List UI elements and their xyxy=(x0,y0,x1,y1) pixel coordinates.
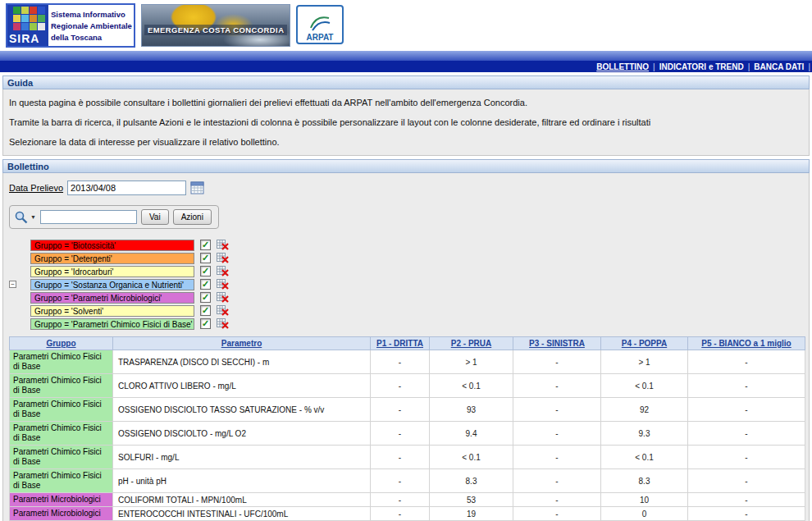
value-cell: - xyxy=(371,507,430,521)
value-cell: - xyxy=(513,469,601,493)
filter-checkbox[interactable]: ✓ xyxy=(200,279,211,290)
filter-delete-icon[interactable] xyxy=(217,253,230,264)
filter-row: Gruppo = 'Idrocarburi'✓ xyxy=(9,265,803,277)
value-cell: - xyxy=(371,398,430,422)
column-header[interactable]: P1 - DRITTA xyxy=(371,337,430,350)
site-title-line: della Toscana xyxy=(51,32,132,43)
bollettino-body: Data Prelievo xyxy=(2,173,810,521)
value-cell: 8.3 xyxy=(601,469,688,493)
guida-text-line: Tramite la barra di ricerca, il pulsante… xyxy=(9,117,803,127)
main-nav: BOLLETTINO|INDICATORI e TREND|BANCA DATI… xyxy=(0,61,812,72)
column-header-label[interactable]: P5 - BIANCO a 1 miglio xyxy=(701,339,791,348)
table-row: Parametri Chimico Fisici di BasepH - uni… xyxy=(10,469,805,493)
calendar-icon[interactable] xyxy=(190,181,204,194)
filter-checkbox[interactable]: ✓ xyxy=(200,318,211,329)
mosaic-tile xyxy=(13,7,21,14)
table-row: Parametri Chimico Fisici di BaseCLORO AT… xyxy=(10,374,805,398)
filter-row: Gruppo = 'Biotossicità'✓ xyxy=(9,239,803,251)
column-header[interactable]: Gruppo xyxy=(10,337,113,350)
nav-separator: | xyxy=(748,62,750,71)
column-header[interactable]: P2 - PRUA xyxy=(430,337,513,350)
filter-checkbox[interactable]: ✓ xyxy=(200,305,211,316)
data-prelievo-label[interactable]: Data Prelievo xyxy=(9,183,63,193)
filter-row: Gruppo = 'Detergenti'✓ xyxy=(9,252,803,264)
banner-title: EMERGENZA COSTA CONCORDIA xyxy=(144,25,287,35)
filter-delete-icon[interactable] xyxy=(217,240,230,251)
value-cell: - xyxy=(371,350,430,374)
value-cell: - xyxy=(513,374,601,398)
table-row: Parametri MicrobiologiciENTEROCOCCHI INT… xyxy=(10,507,805,521)
value-cell: - xyxy=(513,350,601,374)
table-row: Parametri Chimico Fisici di BaseTRASPARE… xyxy=(10,350,805,374)
value-cell: - xyxy=(513,507,601,521)
expander-slot: − xyxy=(9,281,30,288)
filter-checkbox[interactable]: ✓ xyxy=(200,292,211,303)
filter-checkbox[interactable]: ✓ xyxy=(200,253,211,263)
search-input[interactable] xyxy=(40,210,137,224)
guida-text-line: In questa pagina è possibile consultare … xyxy=(9,98,803,107)
filter-label: Gruppo = 'Parametri Chimico Fisici di Ba… xyxy=(30,318,194,330)
column-header-label[interactable]: Gruppo xyxy=(46,339,75,348)
value-cell: > 1 xyxy=(601,350,688,374)
filter-delete-icon[interactable] xyxy=(217,318,230,330)
search-icon[interactable] xyxy=(14,210,29,224)
column-header[interactable]: P4 - POPPA xyxy=(601,337,688,350)
filter-label: Gruppo = 'Solventi' xyxy=(30,305,194,317)
group-cell: Parametri Microbiologici xyxy=(10,493,113,507)
column-header-label[interactable]: P1 - DRITTA xyxy=(376,339,423,348)
mosaic-tile xyxy=(13,23,21,30)
filter-delete-icon[interactable] xyxy=(217,292,230,304)
collapse-minus-icon[interactable]: − xyxy=(9,281,16,288)
column-header-label[interactable]: Parametro xyxy=(221,339,262,348)
value-cell: - xyxy=(371,422,430,446)
value-cell: > 1 xyxy=(430,350,513,374)
value-cell: - xyxy=(371,374,430,398)
arpat-logo[interactable]: ARPAT xyxy=(296,5,344,44)
value-cell: - xyxy=(688,507,805,521)
mosaic-tile xyxy=(38,15,45,22)
parameter-cell: SOLFURI - mg/L xyxy=(113,446,371,469)
search-panel: ▼ Vai Azioni xyxy=(9,205,219,229)
filter-delete-icon[interactable] xyxy=(217,266,230,277)
value-cell: 0 xyxy=(601,507,688,521)
filter-row: Gruppo = 'Solventi'✓ xyxy=(9,304,803,317)
column-header[interactable]: Parametro xyxy=(113,337,371,350)
filter-checkbox[interactable]: ✓ xyxy=(200,266,211,276)
value-cell: < 0.1 xyxy=(601,374,688,398)
search-scope-caret-icon[interactable]: ▼ xyxy=(30,214,36,220)
filter-delete-icon[interactable] xyxy=(217,279,230,290)
column-header[interactable]: P5 - BIANCO a 1 miglio xyxy=(688,337,805,350)
column-header-label[interactable]: P4 - POPPA xyxy=(622,339,667,348)
filter-delete-icon[interactable] xyxy=(217,305,230,317)
value-cell: - xyxy=(513,398,601,422)
column-header-label[interactable]: P3 - SINISTRA xyxy=(529,339,585,348)
table-row: Parametri Chimico Fisici di BaseSOLFURI … xyxy=(10,446,805,469)
value-cell: - xyxy=(688,446,805,469)
group-cell: Parametri Chimico Fisici di Base xyxy=(10,469,113,493)
arpat-label: ARPAT xyxy=(307,33,334,42)
value-cell: - xyxy=(688,493,805,507)
filter-checkbox[interactable]: ✓ xyxy=(200,240,211,250)
nav-indicatori-e-trend[interactable]: INDICATORI e TREND xyxy=(659,62,744,71)
filter-label: Gruppo = 'Sostanza Organica e Nutrienti' xyxy=(30,279,194,290)
vai-button[interactable]: Vai xyxy=(141,209,169,225)
bollettino-section: Bollettino Data Prelievo xyxy=(2,159,810,521)
azioni-button[interactable]: Azioni xyxy=(173,209,212,225)
mosaic-tile xyxy=(30,15,37,22)
sira-logo[interactable]: SIRA Sistema InformativoRegionale Ambien… xyxy=(6,3,135,48)
value-cell: < 0.1 xyxy=(601,446,688,469)
nav-separator: | xyxy=(653,62,655,71)
column-header-label[interactable]: P2 - PRUA xyxy=(451,339,491,348)
value-cell: - xyxy=(688,374,805,398)
table-head: GruppoParametroP1 - DRITTAP2 - PRUAP3 - … xyxy=(10,337,805,350)
value-cell: 9.3 xyxy=(601,422,688,446)
filter-label: Gruppo = 'Detergenti' xyxy=(30,253,194,264)
parameter-cell: COLIFORMI TOTALI - MPN/100mL xyxy=(113,493,371,507)
nav-banca-dati[interactable]: BANCA DATI xyxy=(754,62,804,71)
nav-bollettino[interactable]: BOLLETTINO xyxy=(596,62,649,71)
column-header[interactable]: P3 - SINISTRA xyxy=(513,337,601,350)
group-cell: Parametri Chimico Fisici di Base xyxy=(10,374,113,398)
parameter-cell: OSSIGENO DISCIOLTO TASSO SATURAZIONE - %… xyxy=(113,398,371,422)
value-cell: 92 xyxy=(601,398,688,422)
data-prelievo-input[interactable] xyxy=(67,181,186,195)
